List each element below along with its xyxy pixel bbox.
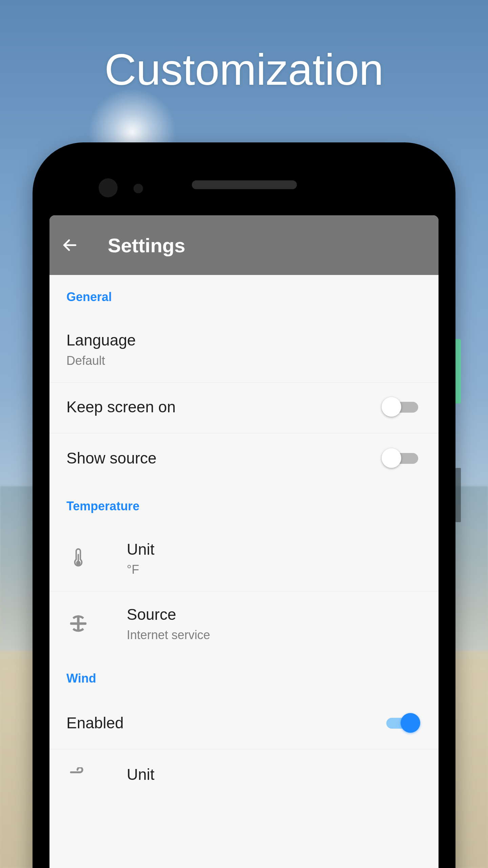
row-temp-source[interactable]: Source Internet service [49,591,439,656]
row-temp-unit-value: °F [127,563,422,577]
phone-frame: Settings General Language Default Keep s… [33,142,455,868]
row-wind-unit-title: Unit [127,765,422,785]
row-keep-screen-on[interactable]: Keep screen on [49,382,439,433]
switch-thumb [401,713,420,733]
switch-wind-enabled[interactable] [382,716,418,731]
section-header-temperature: Temperature [49,484,439,526]
page-heading: Customization [0,44,488,95]
row-temp-source-title: Source [127,605,422,625]
wind-icon [66,763,90,787]
switch-thumb [382,448,401,468]
back-button[interactable] [59,234,81,256]
section-header-general: General [49,275,439,317]
phone-sensor [134,184,143,193]
thermometer-icon [66,546,90,570]
settings-content: General Language Default Keep screen on [49,275,439,787]
row-language-value: Default [66,354,422,368]
switch-show-source[interactable] [382,451,418,466]
section-header-wind: Wind [49,656,439,698]
appbar-title: Settings [108,234,185,257]
switch-thumb [382,397,401,417]
row-temp-source-value: Internet service [127,628,422,642]
svg-rect-4 [77,615,79,632]
row-wind-enabled-title: Enabled [66,713,382,733]
phone-camera [99,178,118,197]
row-wind-unit[interactable]: Unit [49,749,439,787]
row-language-title: Language [66,331,422,350]
row-temp-unit-title: Unit [127,540,422,559]
switch-keep-screen-on[interactable] [382,400,418,415]
phone-notch-area [33,173,455,197]
row-show-source[interactable]: Show source [49,433,439,484]
row-language[interactable]: Language Default [49,317,439,382]
arrow-left-icon [61,237,78,254]
globe-icon [66,612,90,635]
bg-dark-accent [455,468,461,522]
row-wind-enabled[interactable]: Enabled [49,698,439,749]
phone-speaker [192,180,297,189]
phone-screen: Settings General Language Default Keep s… [49,215,439,868]
row-show-source-title: Show source [66,449,382,468]
row-temp-unit[interactable]: Unit °F [49,526,439,592]
appbar: Settings [49,215,439,275]
row-keep-screen-on-title: Keep screen on [66,397,382,417]
